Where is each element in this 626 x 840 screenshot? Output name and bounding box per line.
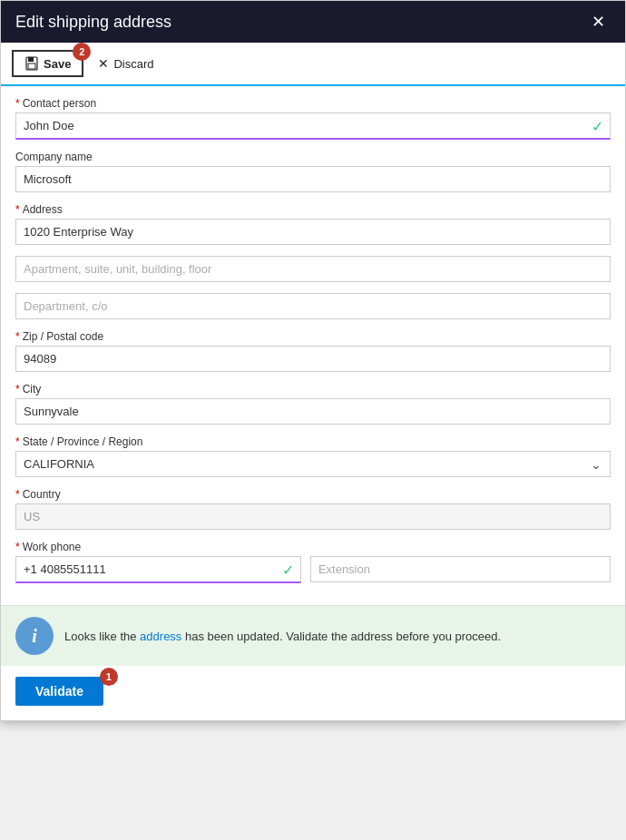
contact-person-input-wrapper: ✓ bbox=[15, 112, 611, 140]
required-star-5: * bbox=[15, 435, 20, 448]
city-input[interactable] bbox=[15, 398, 611, 425]
svg-rect-1 bbox=[28, 57, 34, 62]
state-select-wrapper: CALIFORNIA NEW YORK TEXAS FLORIDA WASHIN… bbox=[15, 451, 611, 477]
department-input[interactable] bbox=[15, 293, 611, 319]
required-star-3: * bbox=[15, 330, 20, 343]
country-group: *Country bbox=[15, 488, 611, 530]
toolbar: Save 2 ✕ Discard bbox=[1, 43, 625, 86]
state-group: *State / Province / Region CALIFORNIA NE… bbox=[15, 435, 611, 477]
close-button[interactable]: ✕ bbox=[586, 10, 611, 34]
save-button[interactable]: Save 2 bbox=[12, 50, 83, 77]
extension-input[interactable] bbox=[310, 556, 611, 582]
form-body: *Contact person ✓ Company name *Address bbox=[1, 86, 625, 605]
address-link[interactable]: address bbox=[140, 630, 181, 643]
info-icon: i bbox=[32, 626, 37, 647]
state-select[interactable]: CALIFORNIA NEW YORK TEXAS FLORIDA WASHIN… bbox=[15, 451, 611, 477]
country-label: *Country bbox=[15, 488, 611, 501]
required-star-7: * bbox=[15, 541, 20, 553]
company-name-input[interactable] bbox=[15, 166, 611, 192]
contact-person-check-icon: ✓ bbox=[592, 118, 603, 135]
city-label: *City bbox=[15, 383, 611, 396]
save-icon bbox=[24, 56, 39, 71]
country-input bbox=[15, 503, 611, 530]
contact-person-group: *Contact person ✓ bbox=[15, 97, 611, 140]
modal-title: Edit shipping address bbox=[15, 13, 171, 32]
validate-bar: Validate 1 bbox=[1, 666, 625, 720]
work-phone-input[interactable] bbox=[15, 556, 301, 583]
extension-group bbox=[310, 556, 611, 582]
edit-shipping-modal: Edit shipping address ✕ Save 2 ✕ Discard… bbox=[0, 0, 626, 721]
work-phone-label: *Work phone bbox=[15, 541, 611, 553]
phone-input-wrapper: ✓ bbox=[15, 556, 301, 583]
modal-header: Edit shipping address ✕ bbox=[1, 1, 625, 43]
address-group: *Address bbox=[15, 203, 611, 245]
discard-button[interactable]: ✕ Discard bbox=[87, 52, 164, 75]
phone-row: ✓ bbox=[15, 556, 611, 583]
company-name-group: Company name bbox=[15, 151, 611, 192]
contact-person-input[interactable] bbox=[15, 112, 611, 140]
address-label: *Address bbox=[15, 203, 611, 216]
required-star: * bbox=[15, 97, 20, 110]
required-star-2: * bbox=[15, 203, 20, 216]
zip-input[interactable] bbox=[15, 346, 611, 372]
save-label: Save bbox=[44, 57, 71, 71]
discard-x: ✕ bbox=[98, 56, 109, 71]
required-star-4: * bbox=[15, 383, 20, 396]
zip-group: *Zip / Postal code bbox=[15, 330, 611, 372]
city-group: *City bbox=[15, 383, 611, 425]
info-banner: i Looks like the address has been update… bbox=[1, 605, 625, 666]
validate-label: Validate bbox=[35, 684, 83, 698]
phone-input-group: ✓ bbox=[15, 556, 301, 583]
department-group bbox=[15, 293, 611, 319]
work-phone-group: *Work phone ✓ bbox=[15, 541, 611, 583]
address-line2-input[interactable] bbox=[15, 256, 611, 282]
state-label: *State / Province / Region bbox=[15, 435, 611, 448]
company-name-label: Company name bbox=[15, 151, 611, 163]
address-line2-group bbox=[15, 256, 611, 282]
address-line1-input[interactable] bbox=[15, 219, 611, 245]
info-icon-circle: i bbox=[15, 617, 54, 655]
validate-badge: 1 bbox=[100, 668, 118, 686]
contact-person-label: *Contact person bbox=[15, 97, 611, 110]
phone-check-icon: ✓ bbox=[282, 562, 294, 579]
zip-label: *Zip / Postal code bbox=[15, 330, 611, 343]
discard-label: Discard bbox=[113, 57, 153, 71]
validate-button[interactable]: Validate 1 bbox=[15, 677, 103, 706]
required-star-6: * bbox=[15, 488, 20, 501]
info-banner-text: Looks like the address has been updated.… bbox=[64, 630, 501, 643]
svg-rect-2 bbox=[28, 63, 35, 69]
